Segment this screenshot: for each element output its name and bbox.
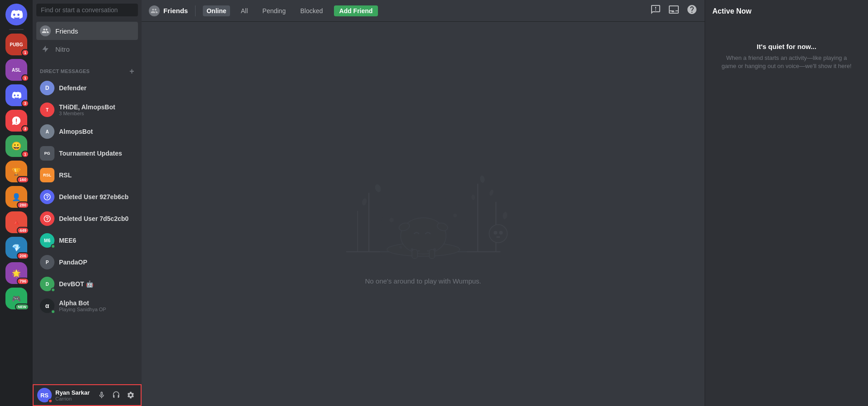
header-divider (195, 5, 196, 16)
dm-name-thide: THiDE, AlmopsBot (59, 103, 115, 111)
dm-item-rsl[interactable]: RSL RSL (36, 164, 138, 186)
dm-item-deleted1[interactable]: Deleted User 927eb6cb (36, 186, 138, 208)
user-status: Carrion (55, 396, 92, 401)
user-bar-icons (95, 389, 137, 401)
dm-item-mee6[interactable]: M6 MEE6 (36, 230, 138, 251)
dm-sub-alphabot: Playing Sanidhya OP (59, 307, 106, 312)
avatar-pandaop: P (40, 255, 54, 269)
tab-pending[interactable]: Pending (259, 5, 289, 16)
new-dm-icon[interactable] (650, 4, 661, 17)
server-asl[interactable]: ASL 1 (5, 59, 27, 81)
server-divider (9, 29, 24, 30)
server-8[interactable]: 🔺 449 (5, 211, 27, 233)
dm-name-alphabot: Alpha Bot (59, 299, 106, 307)
dm-name-deleted1: Deleted User 927eb6cb (59, 193, 128, 201)
add-friend-button[interactable]: Add Friend (334, 5, 378, 16)
center-area: No one's around to play with Wumpus. (142, 22, 705, 406)
username: Ryan Sarkar (55, 389, 92, 396)
headset-button[interactable] (110, 389, 123, 401)
server-7[interactable]: 👤 280 (5, 186, 27, 208)
svg-point-13 (499, 231, 503, 235)
dm-item-pandaop[interactable]: P PandaOP (36, 251, 138, 273)
dm-item-almopsbot[interactable]: A AlmopsBot (36, 121, 138, 142)
active-now-title: Active Now (712, 7, 861, 15)
dm-item-thide[interactable]: T THiDE, AlmopsBot 3 Members (36, 99, 138, 121)
main-content: Friends Online All Pending Blocked Add F… (142, 0, 705, 406)
avatar-deleted1 (40, 190, 54, 204)
main-header: Friends Online All Pending Blocked Add F… (142, 0, 705, 22)
avatar-rsl: RSL (40, 168, 54, 182)
dm-item-alphabot[interactable]: α Alpha Bot Playing Sanidhya OP (36, 295, 138, 317)
status-dot-alphabot (51, 309, 55, 314)
avatar-tournament: PG (40, 146, 54, 161)
discord-home-button[interactable] (5, 4, 27, 25)
avatar-defender: D (40, 81, 54, 95)
tab-blocked[interactable]: Blocked (297, 5, 327, 16)
dm-item-defender[interactable]: D Defender (36, 77, 138, 99)
svg-point-6 (361, 198, 368, 206)
dm-list: D Defender T THiDE, AlmopsBot 3 Members … (33, 77, 142, 384)
user-bar: RS Ryan Sarkar Carrion (33, 384, 142, 406)
avatar-deleted2 (40, 211, 54, 226)
friends-icon (40, 25, 51, 36)
dm-name-almopsbot: AlmopsBot (59, 128, 93, 135)
tab-all[interactable]: All (237, 5, 252, 16)
friends-header-label: Friends (163, 7, 188, 15)
friends-label: Friends (55, 27, 78, 35)
svg-rect-14 (496, 236, 500, 238)
svg-point-25 (411, 248, 413, 251)
friends-header-icon (149, 5, 160, 16)
quiet-title: It's quiet for now... (757, 43, 816, 50)
header-icons (650, 4, 697, 17)
user-status-dot (48, 399, 53, 403)
search-input[interactable]: Find or start a conversation (36, 4, 138, 16)
mute-button[interactable] (95, 389, 108, 401)
status-dot-mee6 (51, 244, 55, 249)
dm-sub-thide: 3 Members (59, 111, 115, 116)
svg-point-8 (488, 189, 494, 196)
server-discord[interactable]: 3 (5, 84, 27, 106)
wumpus-illustration (324, 143, 523, 270)
svg-point-22 (389, 218, 394, 222)
dm-section-header: Direct Messages + (33, 60, 142, 77)
no-friends-text: No one's around to play with Wumpus. (365, 277, 481, 285)
user-info: Ryan Sarkar Carrion (55, 389, 92, 401)
svg-point-9 (471, 195, 475, 201)
server-sidebar: PUBG 1 ASL 1 3 3 😀 1 🏆 160 👤 280 🔺 449 💎… (0, 0, 33, 406)
nitro-label: Nitro (55, 45, 70, 53)
server-10[interactable]: 🌟 796 (5, 262, 27, 284)
avatar-thide: T (40, 103, 54, 117)
dm-name-defender: Defender (59, 84, 87, 92)
server-5[interactable]: 😀 1 (5, 135, 27, 157)
quiet-desc: When a friend starts an activity—like pl… (721, 54, 852, 70)
dm-item-devbot[interactable]: D DevBOT 🤖 (36, 273, 138, 295)
help-icon[interactable] (687, 4, 697, 17)
dm-item-deleted2[interactable]: Deleted User 7d5c2cb0 (36, 208, 138, 230)
nitro-icon (40, 44, 51, 54)
add-dm-button[interactable]: + (129, 67, 134, 75)
right-sidebar: Active Now It's quiet for now... When a … (705, 0, 868, 406)
settings-button[interactable] (124, 389, 137, 401)
svg-point-5 (374, 183, 382, 193)
svg-point-11 (489, 225, 507, 243)
svg-point-28 (433, 248, 436, 251)
header-title: Friends (149, 5, 188, 16)
dm-nav: Friends Nitro (33, 20, 142, 60)
server-6[interactable]: 🏆 160 (5, 161, 27, 182)
status-dot-devbot (51, 288, 55, 292)
inbox-icon[interactable] (668, 4, 679, 17)
svg-point-24 (399, 246, 402, 249)
server-dm4[interactable]: 3 (5, 110, 27, 132)
nav-nitro[interactable]: Nitro (36, 40, 138, 58)
dm-name-rsl: RSL (59, 171, 72, 179)
server-11[interactable]: 🎮 NEW (5, 288, 27, 309)
nav-friends[interactable]: Friends (36, 22, 138, 40)
quiet-section: It's quiet for now... When a friend star… (712, 24, 861, 88)
dm-name-mee6: MEE6 (59, 237, 76, 244)
svg-point-7 (479, 175, 485, 183)
dm-item-tournament[interactable]: PG Tournament Updates (36, 142, 138, 164)
dm-name-deleted2: Deleted User 7d5c2cb0 (59, 215, 128, 222)
tab-online[interactable]: Online (203, 5, 230, 16)
server-9[interactable]: 💎 206 (5, 237, 27, 259)
server-pubg[interactable]: PUBG 1 (5, 34, 27, 55)
